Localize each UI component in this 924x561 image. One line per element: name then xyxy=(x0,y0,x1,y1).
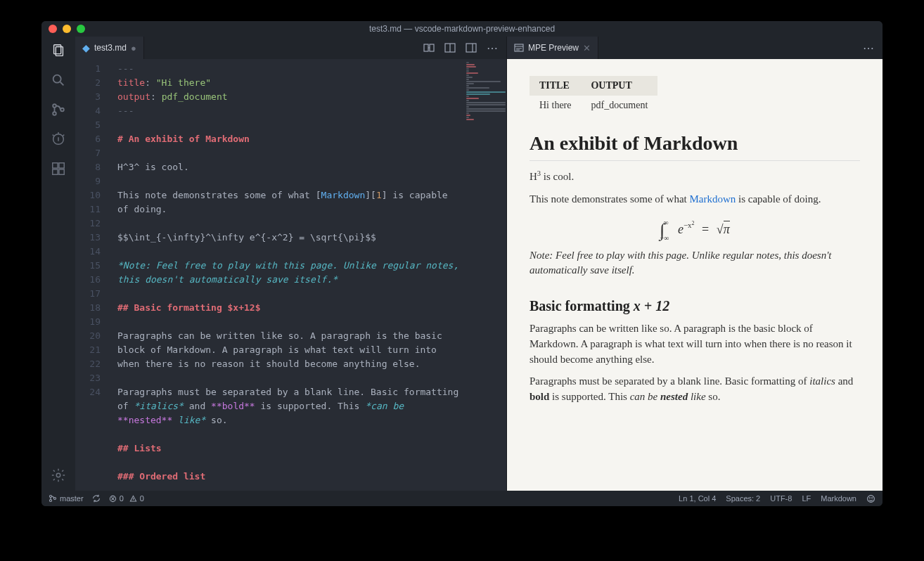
close-tab-icon[interactable]: ✕ xyxy=(583,43,591,53)
feedback-icon[interactable] xyxy=(866,494,875,503)
svg-point-27 xyxy=(50,496,52,498)
line-number: 20 xyxy=(75,329,101,343)
code-line[interactable]: # An exhibit of Markdown xyxy=(117,132,464,146)
line-number: 23 xyxy=(75,371,101,385)
code-line[interactable]: This note demonstrates some of what [Mar… xyxy=(117,188,464,217)
indentation-status[interactable]: Spaces: 2 xyxy=(726,494,760,503)
titlebar: test3.md — vscode-markdown-preview-enhan… xyxy=(41,21,883,37)
more-actions-icon[interactable]: ⋯ xyxy=(487,42,498,53)
code-line[interactable]: $$\int_{-\infty}^\infty e^{-x^2} = \sqrt… xyxy=(117,231,464,245)
search-icon[interactable] xyxy=(50,72,67,89)
minimap[interactable] xyxy=(464,59,506,491)
git-sync-status[interactable] xyxy=(92,494,101,503)
extensions-icon[interactable] xyxy=(50,160,67,177)
line-number: 6 xyxy=(75,132,101,146)
settings-gear-icon[interactable] xyxy=(50,467,67,484)
line-number: 8 xyxy=(75,160,101,174)
app-window: test3.md — vscode-markdown-preview-enhan… xyxy=(41,21,883,506)
code-line[interactable] xyxy=(117,245,464,259)
code-line[interactable] xyxy=(117,427,464,441)
tabs-row: ◆ test3.md ● ⋯ MPE Preview xyxy=(75,37,883,59)
code-line[interactable]: --- xyxy=(117,104,464,118)
debug-icon[interactable] xyxy=(50,131,67,148)
zoom-window-button[interactable] xyxy=(77,25,85,33)
line-number-gutter: 123456789101112131415161718192021222324 xyxy=(75,59,109,491)
git-branch-status[interactable]: master xyxy=(49,494,84,503)
encoding-status[interactable]: UTF-8 xyxy=(770,494,792,503)
svg-rect-18 xyxy=(430,44,434,51)
line-number: 3 xyxy=(75,90,101,104)
eol-status[interactable]: LF xyxy=(802,494,811,503)
markdown-link[interactable]: Markdown xyxy=(689,193,736,205)
line-number: 19 xyxy=(75,315,101,329)
code-line[interactable]: output: pdf_document xyxy=(117,90,464,104)
svg-point-16 xyxy=(56,473,60,477)
editor-tab[interactable]: ◆ test3.md ● xyxy=(75,37,144,59)
editor-tab-label: test3.md xyxy=(94,43,127,53)
code-line[interactable] xyxy=(117,287,464,301)
preview-p1: H3 is cool. xyxy=(530,168,860,185)
code-line[interactable]: --- xyxy=(117,62,464,76)
preview-tab-label: MPE Preview xyxy=(528,43,579,53)
code-line[interactable]: ## Lists xyxy=(117,441,464,456)
modified-indicator-icon[interactable]: ● xyxy=(131,43,136,53)
cursor-position-status[interactable]: Ln 1, Col 4 xyxy=(679,494,716,503)
traffic-lights xyxy=(49,25,85,33)
open-preview-side-icon[interactable] xyxy=(444,42,456,53)
preview-icon xyxy=(514,43,524,53)
meta-th-title: TITLE xyxy=(530,76,581,96)
code-line[interactable] xyxy=(117,217,464,231)
line-number: 12 xyxy=(75,217,101,231)
line-number: 18 xyxy=(75,301,101,315)
code-line[interactable] xyxy=(117,456,464,470)
source-control-icon[interactable] xyxy=(50,101,67,118)
line-number: 22 xyxy=(75,357,101,371)
svg-line-9 xyxy=(53,135,54,136)
preview-tab[interactable]: MPE Preview ✕ xyxy=(507,37,598,59)
minimize-window-button[interactable] xyxy=(63,25,71,33)
svg-rect-15 xyxy=(59,169,64,174)
svg-rect-12 xyxy=(53,163,58,168)
line-number: 13 xyxy=(75,231,101,245)
svg-point-5 xyxy=(53,112,56,115)
line-number: 11 xyxy=(75,202,101,217)
svg-rect-0 xyxy=(54,45,61,54)
code-line[interactable] xyxy=(117,315,464,329)
preview-pane[interactable]: TITLE OUTPUT Hi there pdf_document An ex… xyxy=(507,59,883,491)
preview-note: Note: Feel free to play with this page. … xyxy=(530,248,860,279)
svg-line-3 xyxy=(60,82,64,86)
code-line[interactable]: Paragraphs must be separated by a blank … xyxy=(117,385,464,427)
problems-status[interactable]: 0 0 xyxy=(109,494,144,503)
line-number: 17 xyxy=(75,287,101,301)
code-line[interactable]: ### Ordered list xyxy=(117,470,464,484)
line-number: 2 xyxy=(75,76,101,90)
preview-p2: This note demonstrates some of what Mark… xyxy=(530,192,860,207)
preview-p3: Paragraphs can be written like so. A par… xyxy=(530,321,860,367)
svg-rect-14 xyxy=(53,169,58,174)
status-bar: master 0 0 Ln 1, Col 4 Spaces: 2 UTF-8 L… xyxy=(41,491,883,506)
preview-p4: Paragraphs must be separated by a blank … xyxy=(530,374,860,405)
activity-bar xyxy=(41,37,75,491)
code-line[interactable]: *Note: Feel free to play with this page.… xyxy=(117,259,464,287)
code-line[interactable] xyxy=(117,174,464,188)
close-window-button[interactable] xyxy=(49,25,57,33)
editor-pane[interactable]: 123456789101112131415161718192021222324 … xyxy=(75,59,507,491)
svg-point-35 xyxy=(869,497,870,498)
code-line[interactable]: H^3^ is cool. xyxy=(117,160,464,174)
inline-math: x + 12 xyxy=(634,298,669,314)
code-line[interactable]: title: "Hi there" xyxy=(117,76,464,90)
explorer-icon[interactable] xyxy=(50,42,67,59)
code-line[interactable]: Paragraphs can be written like so. A par… xyxy=(117,329,464,371)
split-editor-icon[interactable] xyxy=(466,42,477,53)
code-line[interactable] xyxy=(117,146,464,160)
code-line[interactable] xyxy=(117,371,464,385)
code-line[interactable] xyxy=(117,118,464,132)
language-mode-status[interactable]: Markdown xyxy=(821,494,856,503)
code-line[interactable]: ## Basic formatting $x+12$ xyxy=(117,301,464,315)
preview-h1: An exhibit of Markdown xyxy=(530,132,860,161)
line-number: 24 xyxy=(75,385,101,399)
code-area[interactable]: ---title: "Hi there"output: pdf_document… xyxy=(109,59,464,491)
svg-rect-17 xyxy=(424,44,428,51)
more-actions-preview-icon[interactable]: ⋯ xyxy=(863,42,874,53)
open-changes-icon[interactable] xyxy=(423,42,435,53)
